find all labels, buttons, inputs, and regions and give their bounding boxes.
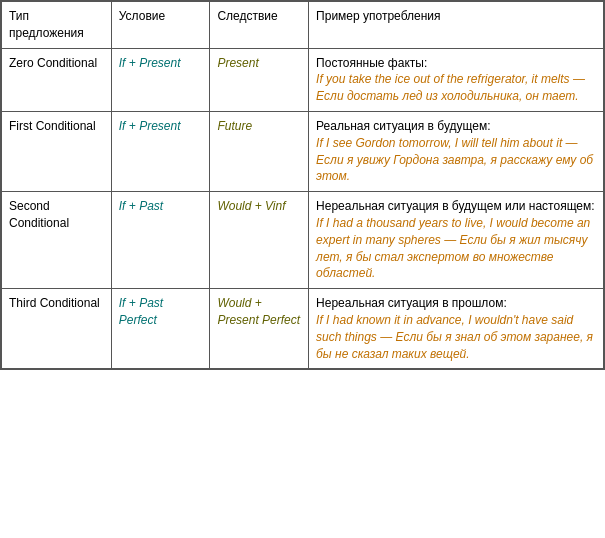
table-row: Third Conditional If + Past Perfect Woul… — [2, 289, 604, 369]
row1-example-intro: Реальная ситуация в будущем: — [316, 119, 490, 133]
header-type: Тип предложения — [2, 2, 112, 49]
table-row: Zero Conditional If + Present Present По… — [2, 48, 604, 111]
row1-type: First Conditional — [2, 111, 112, 191]
row0-consequence: Present — [210, 48, 309, 111]
row0-example-intro: Постоянные факты: — [316, 56, 427, 70]
row0-example: Постоянные факты: If you take the ice ou… — [309, 48, 604, 111]
row3-condition: If + Past Perfect — [111, 289, 210, 369]
row3-consequence: Would + Present Perfect — [210, 289, 309, 369]
conditionals-table: Тип предложения Условие Следствие Пример… — [0, 0, 605, 370]
row3-example-intro: Нереальная ситуация в прошлом: — [316, 296, 507, 310]
row3-example: Нереальная ситуация в прошлом: If I had … — [309, 289, 604, 369]
row0-type: Zero Conditional — [2, 48, 112, 111]
row2-example-text: If I had a thousand years to live, I wou… — [316, 216, 590, 280]
row1-condition: If + Present — [111, 111, 210, 191]
row2-consequence: Would + Vinf — [210, 192, 309, 289]
row2-type: Second Conditional — [2, 192, 112, 289]
row1-example-text: If I see Gordon tomorrow, I will tell hi… — [316, 136, 593, 184]
header-consequence: Следствие — [210, 2, 309, 49]
header-example: Пример употребления — [309, 2, 604, 49]
row3-example-text: If I had known it in advance, I wouldn't… — [316, 313, 593, 361]
table-header-row: Тип предложения Условие Следствие Пример… — [2, 2, 604, 49]
row2-condition: If + Past — [111, 192, 210, 289]
header-condition: Условие — [111, 2, 210, 49]
row1-consequence: Future — [210, 111, 309, 191]
row3-type: Third Conditional — [2, 289, 112, 369]
table-row: First Conditional If + Present Future Ре… — [2, 111, 604, 191]
table-row: Second Conditional If + Past Would + Vin… — [2, 192, 604, 289]
row1-example: Реальная ситуация в будущем: If I see Go… — [309, 111, 604, 191]
row2-example-intro: Нереальная ситуация в будущем или настоя… — [316, 199, 595, 213]
row0-example-text: If you take the ice out of the refrigera… — [316, 72, 585, 103]
row0-condition: If + Present — [111, 48, 210, 111]
row2-example: Нереальная ситуация в будущем или настоя… — [309, 192, 604, 289]
